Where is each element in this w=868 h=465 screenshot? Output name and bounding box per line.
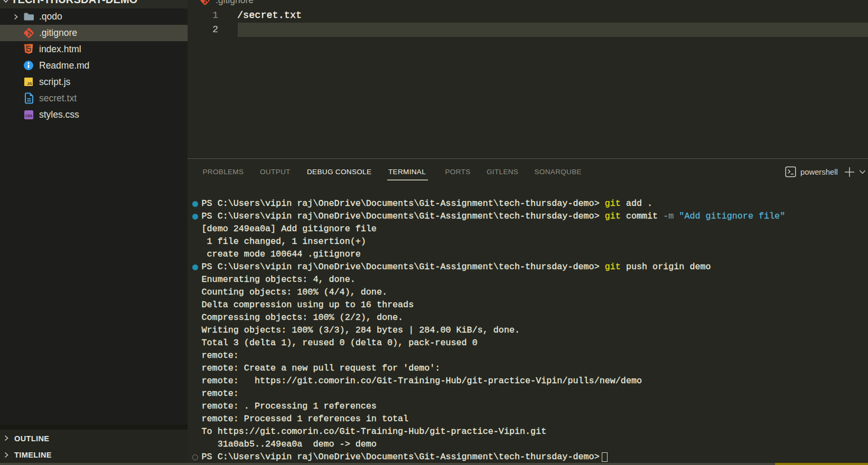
svg-text:JS: JS	[27, 81, 32, 86]
svg-text:CSS: CSS	[25, 113, 33, 117]
